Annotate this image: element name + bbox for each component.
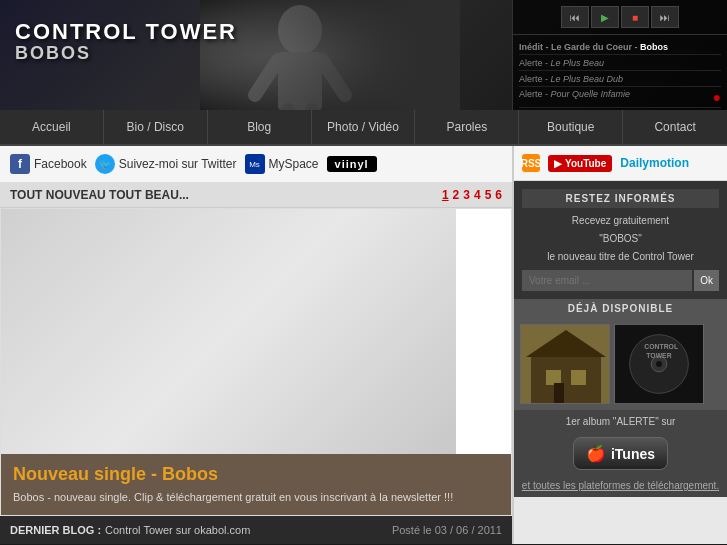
media-controls: ⏮ ▶ ■ ⏭ (513, 0, 727, 35)
track-label: Alerte - Le Plus Beau Dub (519, 74, 623, 84)
main-layout: f Facebook 🐦 Suivez-moi sur Twitter Ms M… (0, 146, 727, 544)
newsletter-text3: le nouveau titre de Control Tower (522, 250, 719, 264)
track-item[interactable]: Alerte - Le Plus Beau (519, 55, 721, 71)
nav-boutique[interactable]: Boutique (519, 110, 623, 144)
svg-rect-10 (571, 370, 586, 385)
nav-photo-video[interactable]: Photo / Vidéo (312, 110, 416, 144)
featured-text: Bobos - nouveau single. Clip & télécharg… (13, 490, 499, 505)
right-sidebar: RSS ▶ YouTube Dailymotion RESTEZ INFORMÉ… (512, 146, 727, 544)
album-cd-image: CONTROL TOWER (614, 324, 704, 404)
facebook-label: Facebook (34, 157, 87, 171)
platforms-link[interactable]: et toutes les plateformes de téléchargem… (514, 474, 727, 497)
nav-blog[interactable]: Blog (208, 110, 312, 144)
twitter-icon: 🐦 (95, 154, 115, 174)
tout-nouveau-text: TOUT NOUVEAU TOUT BEAU... (10, 188, 189, 202)
featured-content: Nouveau single - Bobos Bobos - nouveau s… (0, 208, 512, 516)
track-item[interactable]: Inédit - Le Garde du Coeur - Bobos (519, 39, 721, 55)
track-item[interactable]: Alerte - Pour Quelle Infamie ● (519, 87, 721, 108)
facebook-link[interactable]: f Facebook (10, 154, 87, 174)
blog-bar-label: DERNIER BLOG : (10, 524, 101, 536)
track-label: Alerte - Le Plus Beau (519, 58, 604, 68)
nav-bio-disco[interactable]: Bio / Disco (104, 110, 208, 144)
available-label: DÉJÀ DISPONIBLE (514, 299, 727, 318)
track-list: Inédit - Le Garde du Coeur - Bobos Alert… (513, 35, 727, 110)
myspace-icon: Ms (245, 154, 265, 174)
svg-rect-11 (554, 383, 564, 404)
page-6[interactable]: 6 (495, 188, 502, 202)
album-images: CONTROL TOWER (514, 318, 727, 410)
track-type: Inédit - Le Garde du Coeur - (519, 42, 640, 52)
video-links: RSS ▶ YouTube Dailymotion (514, 146, 727, 181)
album-text: 1er album "ALERTE" sur (514, 410, 727, 433)
track-artist: Bobos (640, 42, 668, 52)
blog-bar: DERNIER BLOG : Control Tower sur okabol.… (0, 516, 512, 544)
newsletter-text1: Recevez gratuitement (522, 214, 719, 228)
featured-image (1, 209, 456, 454)
play-button[interactable]: ▶ (591, 6, 619, 28)
svg-text:TOWER: TOWER (646, 352, 671, 359)
youtube-label: YouTube (565, 158, 606, 169)
newsletter-label: RESTEZ INFORMÉS (522, 189, 719, 208)
stop-button[interactable]: ■ (621, 6, 649, 28)
svg-text:CONTROL: CONTROL (644, 343, 678, 350)
track-item[interactable]: Alerte - Le Plus Beau Dub (519, 71, 721, 87)
dailymotion-label: Dailymotion (620, 156, 689, 170)
twitter-link[interactable]: 🐦 Suivez-moi sur Twitter (95, 154, 237, 174)
facebook-icon: f (10, 154, 30, 174)
youtube-icon: ▶ (554, 158, 562, 169)
nav-accueil[interactable]: Accueil (0, 110, 104, 144)
nav-paroles[interactable]: Paroles (415, 110, 519, 144)
prev-button[interactable]: ⏮ (561, 6, 589, 28)
album-cover-image (520, 324, 610, 404)
header-artwork (200, 0, 460, 110)
svg-rect-9 (546, 370, 561, 385)
pagination: 1 2 3 4 5 6 (442, 188, 502, 202)
viinyl-badge[interactable]: viinyl (327, 156, 377, 172)
youtube-link[interactable]: ▶ YouTube (548, 155, 612, 172)
email-input[interactable] (522, 270, 692, 291)
apple-icon: 🍎 (586, 444, 606, 463)
main-nav: Accueil Bio / Disco Blog Photo / Vidéo P… (0, 110, 727, 146)
main-content: f Facebook 🐦 Suivez-moi sur Twitter Ms M… (0, 146, 512, 544)
twitter-label: Suivez-moi sur Twitter (119, 157, 237, 171)
site-logo: CONTROL TOWER BOBOS (15, 20, 237, 64)
newsletter-section: RESTEZ INFORMÉS Recevez gratuitement "BO… (514, 181, 727, 299)
logo-title: CONTROL TOWER (15, 20, 237, 44)
email-submit-button[interactable]: Ok (694, 270, 719, 291)
track-label: Alerte - Pour Quelle Infamie (519, 89, 630, 105)
page-5[interactable]: 5 (485, 188, 492, 202)
blog-bar-date: Posté le 03 / 06 / 2011 (392, 524, 502, 536)
email-row: Ok (522, 270, 719, 291)
next-button[interactable]: ⏭ (651, 6, 679, 28)
newsletter-text2: "BOBOS" (522, 232, 719, 246)
page-3[interactable]: 3 (463, 188, 470, 202)
nav-contact[interactable]: Contact (623, 110, 727, 144)
svg-point-15 (656, 361, 662, 367)
available-section: DÉJÀ DISPONIBLE (514, 299, 727, 497)
featured-caption: Nouveau single - Bobos Bobos - nouveau s… (1, 454, 511, 515)
itunes-label: iTunes (611, 446, 655, 462)
blog-bar-link[interactable]: Control Tower sur okabol.com (105, 524, 250, 536)
dailymotion-link[interactable]: Dailymotion (620, 156, 689, 170)
itunes-button[interactable]: 🍎 iTunes (573, 437, 668, 470)
alert-icon: ● (713, 89, 721, 105)
rss-icon: RSS (522, 154, 540, 172)
logo-subtitle: BOBOS (15, 44, 237, 64)
page-4[interactable]: 4 (474, 188, 481, 202)
page-2[interactable]: 2 (453, 188, 460, 202)
myspace-link[interactable]: Ms MySpace (245, 154, 319, 174)
featured-title: Nouveau single - Bobos (13, 464, 499, 485)
header-media-panel: ⏮ ▶ ■ ⏭ Inédit - Le Garde du Coeur - Bob… (512, 0, 727, 110)
tout-nouveau-bar: TOUT NOUVEAU TOUT BEAU... 1 2 3 4 5 6 (0, 183, 512, 208)
page-1[interactable]: 1 (442, 188, 449, 202)
site-header: CONTROL TOWER BOBOS ⏮ ▶ ■ ⏭ Inédit - Le … (0, 0, 727, 110)
itunes-wrap: 🍎 iTunes (514, 433, 727, 474)
svg-rect-7 (531, 355, 601, 404)
myspace-label: MySpace (269, 157, 319, 171)
social-bar: f Facebook 🐦 Suivez-moi sur Twitter Ms M… (0, 146, 512, 183)
